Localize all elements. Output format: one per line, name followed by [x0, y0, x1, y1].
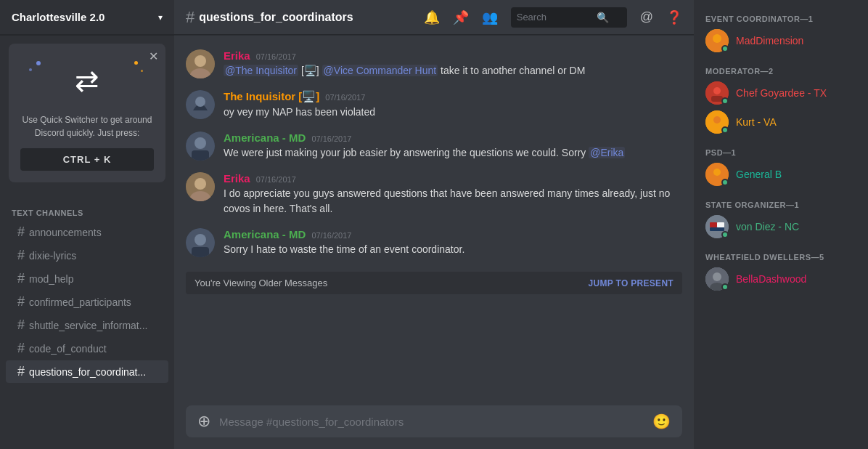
member-name: General B: [736, 169, 782, 180]
member-avatar-wrapper: [705, 110, 729, 134]
message-text: oy vey my NAP has been violated: [224, 105, 682, 120]
search-bar[interactable]: 🔍: [511, 7, 627, 28]
message-author: The Inquisitor [🖥️]: [224, 90, 319, 103]
main-content: # questions_for_coordinators 🔔 📌 👥 🔍 @ ❓: [174, 0, 694, 449]
message-timestamp: 07/16/2017: [256, 52, 296, 61]
avatar: [186, 90, 215, 119]
server-header[interactable]: Charlottesville 2.0 ▾: [0, 0, 174, 35]
channel-hash-icon: #: [186, 8, 195, 27]
channel-list: TEXT CHANNELS # announcements # dixie-ly…: [0, 191, 174, 449]
hash-icon: #: [17, 317, 25, 333]
bell-icon[interactable]: 🔔: [424, 9, 440, 25]
member-item-kurt-va[interactable]: Kurt - VA: [700, 108, 862, 137]
mention[interactable]: @Vice Commander Hunt: [322, 65, 438, 76]
avatar: [186, 132, 215, 161]
message-header: Americana - MD 07/16/2017: [224, 132, 682, 144]
hash-icon: #: [17, 248, 25, 263]
message-text: @The Inquisitor [🖥️] @Vice Commander Hun…: [224, 63, 682, 78]
jump-to-present-button[interactable]: JUMP TO PRESENT: [589, 278, 673, 288]
app-container: Charlottesville 2.0 ▾ ✕ ⇄ Use Quick Swit…: [0, 0, 868, 449]
message-row: Americana - MD 07/16/2017 Sorry I hate t…: [174, 225, 694, 260]
message-author: Americana - MD: [224, 228, 306, 240]
svg-point-12: [195, 234, 206, 246]
channel-item-dixie-lyrics[interactable]: # dixie-lyrics: [6, 244, 168, 267]
svg-point-17: [713, 87, 721, 94]
message-input[interactable]: [219, 416, 652, 428]
channel-item-shuttle-service[interactable]: # shuttle_service_informat...: [6, 314, 168, 336]
members-sidebar: EVENT COORDINATOR—1 MadDimension MODERAT…: [694, 0, 868, 449]
status-online-dot: [721, 179, 729, 186]
emoji-picker-icon[interactable]: 🙂: [652, 413, 671, 430]
members-section-wheatfield: WHEATFIELD DWELLERS—5: [700, 241, 862, 264]
message-text: Sorry I hate to waste the time of an eve…: [224, 242, 682, 257]
channel-name: code_of_conduct: [29, 343, 107, 355]
mention[interactable]: @The Inquisitor: [224, 65, 298, 76]
channel-item-mod-help[interactable]: # mod_help: [6, 267, 168, 290]
member-avatar-wrapper: [705, 29, 729, 52]
member-item-maddimension[interactable]: MadDimension: [700, 26, 862, 55]
svg-rect-26: [710, 227, 724, 231]
dot-1: [36, 61, 41, 65]
svg-point-15: [713, 34, 721, 43]
add-attachment-icon[interactable]: ⊕: [197, 412, 210, 431]
message-timestamp: 07/16/2017: [256, 175, 296, 184]
dot-2: [29, 68, 32, 71]
message-header: Americana - MD 07/16/2017: [224, 228, 682, 240]
channel-name: mod_help: [29, 273, 74, 285]
member-item-general-b[interactable]: General B: [700, 160, 862, 189]
message-row: Americana - MD 07/16/2017 We were just m…: [174, 129, 694, 163]
channel-item-confirmed-participants[interactable]: # confirmed_participants: [6, 291, 168, 313]
message-timestamp: 07/16/2017: [311, 231, 351, 240]
status-online-dot: [721, 126, 729, 134]
search-input[interactable]: [517, 12, 597, 23]
svg-rect-7: [192, 150, 209, 161]
hash-icon: #: [17, 224, 25, 240]
message-author: Americana - MD: [224, 132, 306, 144]
topbar-icons: 🔔 📌 👥 🔍 @ ❓: [424, 7, 682, 28]
message-timestamp: 07/16/2017: [325, 93, 365, 102]
message-content: Americana - MD 07/16/2017 Sorry I hate t…: [224, 228, 682, 257]
channel-name: announcements: [29, 227, 102, 238]
help-icon[interactable]: ❓: [666, 9, 682, 25]
at-icon[interactable]: @: [640, 9, 653, 25]
older-messages-bar: You're Viewing Older Messages JUMP TO PR…: [186, 272, 682, 294]
search-icon: 🔍: [597, 12, 609, 23]
members-section-state-organizer: STATE ORGANIZER—1: [700, 189, 862, 212]
member-name: Kurt - VA: [736, 116, 777, 128]
svg-rect-13: [192, 247, 209, 257]
text-channels-header: TEXT CHANNELS: [0, 197, 174, 220]
svg-point-1: [195, 55, 206, 67]
hash-icon: #: [17, 341, 25, 356]
message-text: I do appreciate you guys answered questi…: [224, 186, 682, 217]
hash-icon: #: [17, 364, 25, 379]
members-section-moderator: MODERATOR—2: [700, 55, 862, 78]
members-icon[interactable]: 👥: [482, 9, 498, 25]
channel-item-questions-for-coordinators[interactable]: # questions_for_coordinat...: [6, 360, 168, 383]
member-avatar-wrapper: [705, 215, 729, 238]
channel-name: questions_for_coordinat...: [29, 366, 146, 378]
dot-3: [134, 61, 138, 65]
message-author: Erika: [224, 49, 250, 62]
channel-item-code-of-conduct[interactable]: # code_of_conduct: [6, 337, 168, 360]
server-chevron-icon: ▾: [158, 12, 163, 23]
member-name: BellaDashwood: [736, 273, 806, 285]
channel-item-announcements[interactable]: # announcements: [6, 221, 168, 243]
member-item-chef-goyardee[interactable]: Chef Goyardee - TX: [700, 78, 862, 108]
quick-switcher-shortcut[interactable]: CTRL + K: [20, 148, 154, 171]
quick-switcher-icon-area: ⇄: [20, 55, 154, 106]
svg-point-20: [713, 116, 721, 124]
channel-name: confirmed_participants: [29, 296, 131, 308]
member-avatar-wrapper: [705, 163, 729, 186]
member-item-von-diez[interactable]: von Diez - NC: [700, 212, 862, 241]
mention[interactable]: @Erika: [589, 147, 625, 158]
channel-name: shuttle_service_informat...: [29, 320, 147, 331]
pin-icon[interactable]: 📌: [453, 9, 469, 25]
member-item-bella-dashwood[interactable]: BellaDashwood: [700, 264, 862, 294]
message-content: Erika 07/16/2017 I do appreciate you guy…: [224, 172, 682, 217]
dot-4: [141, 70, 143, 72]
members-section-event-coordinator: EVENT COORDINATOR—1: [700, 12, 862, 26]
messages-area: Erika 07/16/2017 @The Inquisitor [🖥️] @V…: [174, 35, 694, 405]
message-content: Erika 07/16/2017 @The Inquisitor [🖥️] @V…: [224, 49, 682, 78]
message-author: Erika: [224, 172, 250, 185]
member-name: Chef Goyardee - TX: [736, 87, 827, 99]
